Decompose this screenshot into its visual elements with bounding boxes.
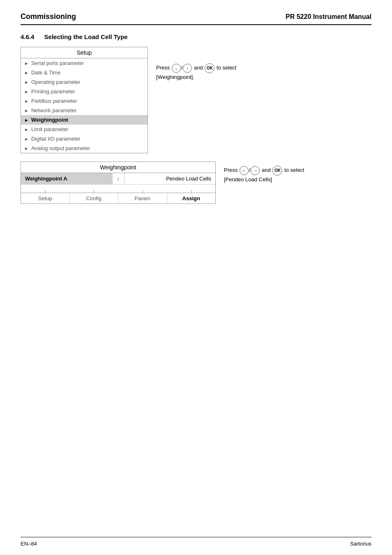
left-arrow-button: ←	[240, 166, 249, 175]
menu-item-label: Operating parameter	[31, 79, 81, 85]
wp-ok-button: OK	[272, 166, 282, 176]
section-number: 4.6.4	[21, 33, 34, 40]
setup-container: Setup ► Serial ports parameter ► Date & …	[21, 47, 371, 153]
menu-item-label: Printing parameter	[31, 88, 75, 95]
right-arrow-button: →	[251, 166, 260, 175]
arrow-icon: ►	[24, 80, 29, 85]
wp-description: Press ←/→ and OK to select [Pendeo Load …	[224, 162, 304, 184]
menu-item-weighingpoint[interactable]: ► Weighingpoint	[21, 115, 148, 125]
menu-item-serial[interactable]: ► Serial ports parameter	[21, 58, 148, 68]
footer: EN–84 Sartorius	[21, 537, 371, 547]
tab-config[interactable]: Config	[70, 193, 119, 204]
tab-param-label: Param	[135, 195, 150, 201]
header: Commissioning PR 5220 Instrument Manual	[21, 12, 371, 25]
arrow-icon: ►	[24, 118, 29, 123]
arrow-icon: ►	[24, 108, 29, 113]
menu-item-label: Digital I/O parameter	[31, 136, 81, 142]
arrow-icon: ►	[24, 70, 29, 75]
press-label: Press	[156, 65, 170, 71]
wp-container: Weighingpoint Weighingpoint A ↕ Pendeo L…	[21, 162, 371, 204]
wp-target-label: [Pendeo Load Cells]	[224, 176, 272, 183]
to-select-label: to select	[217, 65, 236, 71]
wp-cell-value: Pendeo Load Cells	[125, 173, 216, 184]
tab-param[interactable]: Param	[118, 193, 167, 204]
wp-box: Weighingpoint Weighingpoint A ↕ Pendeo L…	[21, 162, 216, 204]
wp-cell-arrows: ↕	[112, 173, 125, 184]
wp-press-label: Press	[224, 167, 238, 173]
wp-box-header: Weighingpoint	[21, 162, 215, 173]
menu-item-label: Serial ports parameter	[31, 60, 84, 66]
menu-item-label: Weighingpoint	[31, 117, 68, 123]
arrow-icon: ►	[24, 136, 29, 141]
down-arrow-button: ↓	[172, 64, 181, 73]
menu-item-label: Analog output parameter	[31, 145, 90, 151]
section-heading: Selecting the Load Cell Type	[44, 33, 128, 40]
arrow-icon: ►	[24, 99, 29, 104]
wp-cell-name: Weighingpoint A	[21, 173, 112, 184]
setup-box: Setup ► Serial ports parameter ► Date & …	[21, 47, 148, 153]
menu-item-digital-io[interactable]: ► Digital I/O parameter	[21, 134, 148, 143]
arrow-icon: ►	[24, 89, 29, 94]
footer-brand: Sartorius	[350, 541, 371, 547]
ok-button: OK	[205, 63, 214, 73]
menu-item-date[interactable]: ► Date & Time	[21, 68, 148, 77]
arrow-icon: ►	[24, 61, 29, 66]
setup-box-header: Setup	[21, 47, 148, 58]
header-right: PR 5220 Instrument Manual	[286, 13, 371, 21]
setup-description: Press ↓/↑ and OK to select [Weighingpoin…	[156, 47, 236, 81]
tab-assign[interactable]: Assign	[167, 193, 216, 204]
tab-config-label: Config	[86, 195, 101, 201]
menu-item-network[interactable]: ► Network parameter	[21, 106, 148, 115]
menu-item-analog[interactable]: ► Analog output parameter	[21, 143, 148, 153]
section-title: 4.6.4 Selecting the Load Cell Type	[21, 33, 371, 40]
menu-item-label: Date & Time	[31, 69, 61, 76]
tab-setup-label: Setup	[38, 195, 52, 201]
arrow-icon: ►	[24, 146, 29, 151]
and-label: and	[194, 65, 203, 71]
menu-item-printing[interactable]: ► Printing parameter	[21, 87, 148, 96]
page: Commissioning PR 5220 Instrument Manual …	[0, 0, 392, 555]
target-label: [Weighingpoint].	[156, 74, 194, 80]
wp-and-label: and	[262, 167, 271, 173]
up-arrow-button: ↑	[183, 64, 192, 73]
menu-item-operating[interactable]: ► Operating parameter	[21, 77, 148, 87]
menu-item-fieldbus[interactable]: ► Fieldbus parameter	[21, 96, 148, 106]
menu-item-label: Limit parameter	[31, 126, 68, 132]
footer-page: EN–84	[21, 541, 37, 547]
wp-data-row: Weighingpoint A ↕ Pendeo Load Cells	[21, 173, 215, 185]
wp-tabs: Setup Config Param Assign	[21, 193, 215, 204]
menu-item-label: Fieldbus parameter	[31, 98, 77, 104]
tab-assign-label: Assign	[182, 195, 200, 201]
arrow-icon: ►	[24, 127, 29, 132]
header-left: Commissioning	[21, 12, 76, 21]
wp-to-select-label: to select	[284, 167, 304, 173]
wp-empty-row	[21, 185, 215, 193]
menu-item-label: Network parameter	[31, 107, 77, 113]
tab-setup[interactable]: Setup	[21, 193, 70, 204]
menu-item-limit[interactable]: ► Limit parameter	[21, 125, 148, 134]
